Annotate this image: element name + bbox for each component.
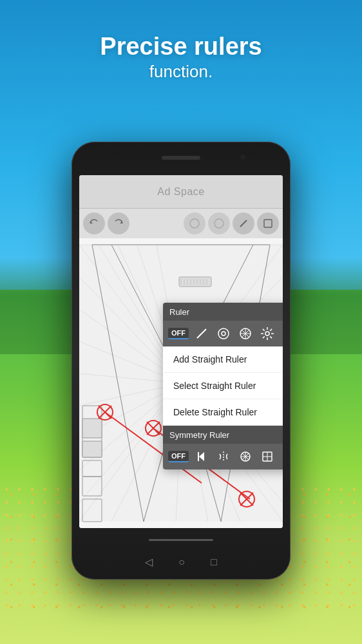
symmetry-off-label[interactable]: OFF <box>168 451 189 462</box>
svg-point-83 <box>265 332 269 336</box>
svg-line-90 <box>270 329 272 331</box>
svg-point-0 <box>190 219 199 228</box>
svg-line-2 <box>240 220 247 227</box>
redo-button[interactable] <box>108 213 129 234</box>
symmetry-v-icon-btn[interactable] <box>214 448 233 466</box>
straight-ruler-icon-btn[interactable] <box>193 325 211 343</box>
svg-line-91 <box>263 336 265 338</box>
phone: Ad Space <box>71 142 291 580</box>
radial-ruler-icon-btn[interactable] <box>214 325 233 343</box>
drawing-area[interactable]: Ruler OFF <box>79 238 283 528</box>
nav-back-button[interactable]: ◁ <box>145 556 153 568</box>
select-straight-ruler-item[interactable]: Select Straight Ruler <box>163 373 283 399</box>
phone-nav: ◁ ○ □ <box>71 556 291 568</box>
toolbar <box>79 209 283 238</box>
svg-rect-3 <box>264 220 272 227</box>
symmetry-section-title: Symmetry Ruler <box>169 430 229 440</box>
svg-rect-43 <box>82 419 102 438</box>
phone-home-bar <box>149 539 213 541</box>
svg-point-76 <box>218 328 229 339</box>
ruler-section-header: Ruler <box>163 303 283 321</box>
phone-body: Ad Space <box>71 142 291 580</box>
svg-line-88 <box>263 329 265 331</box>
svg-point-77 <box>222 332 225 336</box>
symmetry-grid-icon-btn[interactable] <box>258 448 276 466</box>
sunburst-ruler-icon-btn[interactable] <box>258 325 276 343</box>
svg-marker-92 <box>199 452 204 461</box>
nav-recent-button[interactable]: □ <box>211 556 217 568</box>
ad-space-banner: Ad Space <box>79 175 283 209</box>
symmetry-radial-icon-btn[interactable] <box>236 448 254 466</box>
phone-camera <box>240 155 245 160</box>
phone-screen: Ad Space <box>79 175 283 528</box>
ad-space-label: Ad Space <box>157 186 204 198</box>
pen-button[interactable] <box>208 213 230 234</box>
perspective-ruler-icon-btn[interactable] <box>236 325 254 343</box>
ruler-button[interactable] <box>233 213 254 234</box>
header-subtitle: function. <box>0 62 362 82</box>
svg-line-89 <box>270 336 272 338</box>
undo-button[interactable] <box>83 213 105 234</box>
add-straight-ruler-item[interactable]: Add Straight Ruler <box>163 346 283 373</box>
ruler-icons-row: OFF <box>163 321 283 346</box>
layers-button[interactable] <box>257 213 279 234</box>
hand-button[interactable] <box>184 213 205 234</box>
header: Precise rulers function. <box>0 32 362 82</box>
phone-speaker <box>162 156 200 160</box>
svg-point-1 <box>214 219 224 228</box>
ruler-off-label[interactable]: OFF <box>168 328 189 339</box>
header-title: Precise rulers <box>0 32 362 62</box>
symmetry-icons-row: OFF <box>163 444 283 469</box>
svg-rect-63 <box>179 277 211 287</box>
play-prev-icon-btn[interactable] <box>193 448 211 466</box>
ruler-section-title: Ruler <box>169 307 189 317</box>
symmetry-section-header: Symmetry Ruler <box>163 426 283 444</box>
svg-rect-44 <box>82 441 102 457</box>
symmetry-box-icon-btn[interactable] <box>280 448 283 466</box>
nav-home-button[interactable]: ○ <box>178 556 185 568</box>
ruler-dropdown: Ruler OFF <box>163 303 283 469</box>
delete-straight-ruler-item[interactable]: Delete Straight Ruler <box>163 399 283 426</box>
